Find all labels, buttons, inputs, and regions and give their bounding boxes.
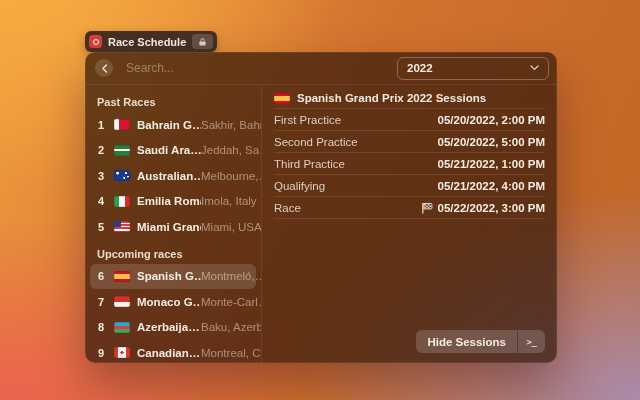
race-location: Baku, Azerb…	[201, 321, 262, 333]
country-flag-icon	[114, 196, 130, 207]
race-location: Montmeló,…	[201, 270, 262, 282]
race-name: Emilia Roma…	[137, 195, 201, 207]
race-name: Saudi Ara…	[137, 144, 201, 156]
session-datetime: 05/21/2022, 1:00 PM	[438, 158, 545, 170]
session-label: Third Practice	[274, 158, 345, 170]
window-content: Past Races 1 Bahrain G… Sakhir, Bahr… 2 …	[85, 85, 557, 363]
country-flag-icon	[114, 119, 130, 130]
session-row: Third Practice 05/21/2022, 1:00 PM	[274, 153, 545, 175]
race-number: 9	[96, 347, 106, 359]
race-row[interactable]: 9 Canadian… Montreal, C…	[90, 340, 256, 363]
race-number: 5	[96, 221, 106, 233]
race-number: 7	[96, 296, 106, 308]
race-location: Sakhir, Bahr…	[201, 119, 262, 131]
race-row[interactable]: 6 Spanish G… Montmeló,…	[90, 264, 256, 290]
race-location: Montreal, C…	[201, 347, 262, 359]
session-row: First Practice 05/20/2022, 2:00 PM	[274, 109, 545, 131]
race-location: Melbourne,…	[201, 170, 262, 182]
country-flag-icon	[114, 221, 130, 232]
year-dropdown[interactable]: 2022	[397, 57, 549, 80]
country-flag-icon	[274, 93, 290, 104]
race-number: 4	[96, 195, 106, 207]
session-datetime: 05/20/2022, 2:00 PM	[438, 114, 545, 126]
race-name: Australian…	[137, 170, 201, 182]
race-location: Miami, USA	[201, 221, 262, 233]
back-button[interactable]	[95, 59, 113, 77]
desktop-background: Race Schedule 2022	[0, 0, 640, 400]
sessions-panel: Spanish Grand Prix 2022 Sessions First P…	[262, 85, 557, 363]
upcoming-races-header: Upcoming races	[97, 247, 256, 261]
race-location: Jeddah, Sa…	[201, 144, 262, 156]
country-flag-icon	[114, 170, 130, 181]
past-races-list: 1 Bahrain G… Sakhir, Bahr… 2 Saudi Ara… …	[90, 112, 256, 240]
country-flag-icon	[114, 347, 130, 358]
race-number: 1	[96, 119, 106, 131]
session-row: Race 05/22/2022, 3:00 PM	[274, 197, 545, 219]
session-row: Second Practice 05/20/2022, 5:00 PM	[274, 131, 545, 153]
race-name: Bahrain G…	[137, 119, 201, 131]
country-flag-icon	[114, 322, 130, 333]
race-row[interactable]: 3 Australian… Melbourne,…	[90, 163, 256, 189]
race-name: Spanish G…	[137, 270, 201, 282]
race-row[interactable]: 7 Monaco G… Monte-Carl…	[90, 289, 256, 315]
race-row[interactable]: 5 Miami Grand… Miami, USA	[90, 214, 256, 240]
race-location: Imola, Italy	[201, 195, 262, 207]
session-label: Race	[274, 202, 301, 214]
race-row[interactable]: 8 Azerbaija… Baku, Azerb…	[90, 315, 256, 341]
race-schedule-window: 2022 Past Races 1 Bahrain G… Sakhir, Bah…	[85, 52, 557, 363]
race-location: Monte-Carl…	[201, 296, 262, 308]
session-label: First Practice	[274, 114, 341, 126]
toolbar: 2022	[85, 52, 557, 85]
country-flag-icon	[114, 145, 130, 156]
search-input[interactable]	[126, 61, 397, 75]
race-row[interactable]: 4 Emilia Roma… Imola, Italy	[90, 189, 256, 215]
session-datetime: 05/22/2022, 3:00 PM	[438, 202, 545, 214]
sessions-list: First Practice 05/20/2022, 2:00 PM Secon…	[274, 109, 545, 219]
app-icon	[89, 35, 102, 48]
terminal-icon[interactable]: >_	[518, 330, 545, 353]
race-number: 2	[96, 144, 106, 156]
race-name: Miami Grand…	[137, 221, 201, 233]
race-number: 3	[96, 170, 106, 182]
country-flag-icon	[114, 296, 130, 307]
race-number: 8	[96, 321, 106, 333]
country-flag-icon	[114, 271, 130, 282]
hide-sessions-button[interactable]: Hide Sessions	[416, 330, 517, 353]
window-title-chip[interactable]: Race Schedule	[85, 31, 217, 52]
race-row[interactable]: 2 Saudi Ara… Jeddah, Sa…	[90, 138, 256, 164]
chevron-down-icon	[530, 65, 539, 71]
session-label: Qualifying	[274, 180, 325, 192]
session-row: Qualifying 05/21/2022, 4:00 PM	[274, 175, 545, 197]
sessions-footer-buttons: Hide Sessions >_	[416, 330, 545, 353]
races-sidebar: Past Races 1 Bahrain G… Sakhir, Bahr… 2 …	[85, 85, 262, 363]
session-datetime: 05/20/2022, 5:00 PM	[438, 136, 545, 148]
window-title: Race Schedule	[108, 36, 186, 48]
year-dropdown-value: 2022	[407, 62, 433, 74]
race-row[interactable]: 1 Bahrain G… Sakhir, Bahr…	[90, 112, 256, 138]
race-name: Canadian…	[137, 347, 201, 359]
upcoming-races-list: 6 Spanish G… Montmeló,… 7 Monaco G… Mont…	[90, 264, 256, 364]
past-races-header: Past Races	[97, 95, 256, 109]
sessions-title: Spanish Grand Prix 2022 Sessions	[297, 92, 486, 104]
race-number: 6	[96, 270, 106, 282]
race-name: Monaco G…	[137, 296, 201, 308]
session-label: Second Practice	[274, 136, 358, 148]
sessions-panel-header: Spanish Grand Prix 2022 Sessions	[274, 88, 545, 109]
checkered-flag-icon	[421, 202, 433, 214]
session-datetime: 05/21/2022, 4:00 PM	[438, 180, 545, 192]
lock-icon[interactable]	[192, 34, 213, 49]
race-name: Azerbaija…	[137, 321, 201, 333]
